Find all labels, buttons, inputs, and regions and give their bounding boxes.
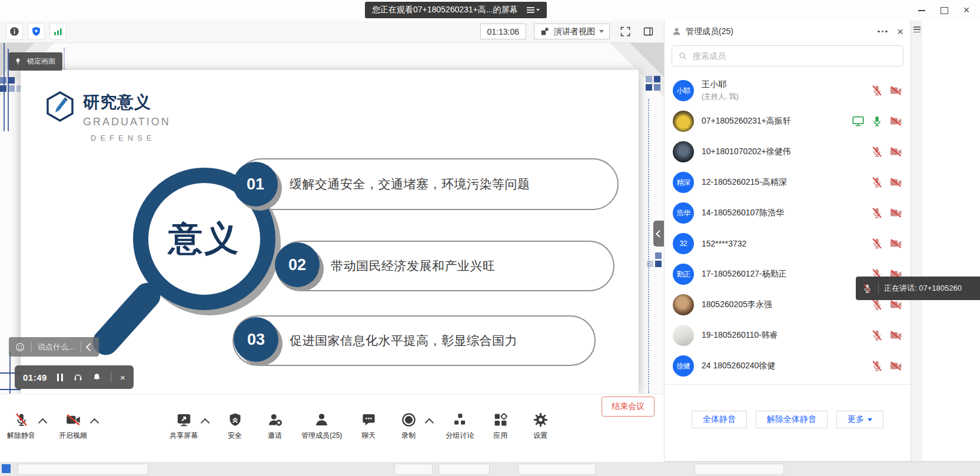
mute-all-button[interactable]: 全体静音 xyxy=(692,411,747,428)
presentation-slide: 研究意义 GRADUATION DEFENSE 意义 缓解交通安全，交通堵塞，环… xyxy=(21,70,639,394)
mic-muted-icon[interactable] xyxy=(871,237,883,250)
chat-collapse-icon[interactable] xyxy=(86,342,94,351)
magnifier-word: 意义 xyxy=(168,216,240,262)
member-role: (主持人, 我) xyxy=(702,92,871,102)
slide-subtitle-1: GRADUATION xyxy=(83,116,171,128)
cam-muted-icon[interactable] xyxy=(889,237,902,250)
toolbar-item-record[interactable]: 录制 xyxy=(395,412,433,441)
toolbar-item-mic-muted-dark[interactable]: 解除静音 xyxy=(7,412,46,441)
toolbar-item-chat[interactable]: 聊天 xyxy=(355,412,382,441)
toolbar-item-invite[interactable]: 邀请 xyxy=(261,412,288,441)
toolbar-item-shield[interactable]: 安全 xyxy=(221,412,248,441)
toolbar-item-apps[interactable]: 应用 xyxy=(487,412,514,441)
hamburger-menu-icon[interactable] xyxy=(913,26,921,32)
screen-on-icon[interactable] xyxy=(852,115,865,128)
avatar xyxy=(673,325,694,346)
lock-view-chip[interactable]: 锁定画面 xyxy=(9,52,62,71)
headset-icon[interactable] xyxy=(73,372,83,382)
mic-muted-icon[interactable] xyxy=(871,329,883,342)
avatar: 精深 xyxy=(673,172,694,193)
toolbar-item-cam-muted-dark[interactable]: 开启视频 xyxy=(59,412,98,441)
avatar xyxy=(673,141,694,162)
pencil-hexagon-icon xyxy=(45,91,75,142)
toolbar-item-gear[interactable]: 设置 xyxy=(527,412,554,441)
chevron-up-icon[interactable] xyxy=(425,418,434,428)
panel-collapse-handle[interactable] xyxy=(653,221,664,247)
members-panel-footer: 全体静音解除全体静音更多 xyxy=(665,384,911,462)
maximize-button[interactable] xyxy=(933,0,955,21)
taskbar-item[interactable] xyxy=(518,464,596,475)
minimize-button[interactable] xyxy=(911,0,933,21)
bell-icon[interactable] xyxy=(92,372,102,382)
toolbar-item-label: 管理成员(25) xyxy=(301,431,342,441)
record-icon xyxy=(401,412,417,428)
search-wrap xyxy=(665,42,911,72)
more-options-icon[interactable] xyxy=(878,31,888,33)
cam-muted-icon[interactable] xyxy=(889,145,902,158)
cam-muted-icon[interactable] xyxy=(889,115,902,128)
slide-title: 研究意义 xyxy=(83,91,171,114)
deco-pixels xyxy=(654,76,660,82)
toolbar-item-share-screen[interactable]: 共享屏幕 xyxy=(170,412,208,441)
toolbar-item-label: 应用 xyxy=(493,431,507,441)
mic-on-icon[interactable] xyxy=(871,115,883,128)
taskbar-item[interactable] xyxy=(438,464,490,475)
close-panel-icon[interactable]: × xyxy=(897,26,903,37)
mic-muted-icon[interactable] xyxy=(871,176,883,189)
member-row[interactable]: 精深12-1805260215-高精深 xyxy=(665,167,911,198)
chevron-up-icon[interactable] xyxy=(38,418,48,428)
member-row[interactable]: 19-1805260110-韩睿 xyxy=(665,320,911,351)
cam-muted-icon[interactable] xyxy=(889,298,902,311)
view-mode-select[interactable]: 演讲者视图 xyxy=(534,24,610,39)
end-meeting-button[interactable]: 结束会议 xyxy=(602,397,655,417)
fullscreen-icon[interactable] xyxy=(617,24,633,39)
member-row[interactable]: 32152****3732 xyxy=(665,228,911,259)
search-members-input[interactable] xyxy=(692,51,897,61)
view-mode-label: 演讲者视图 xyxy=(554,26,595,37)
cam-muted-icon[interactable] xyxy=(889,207,902,219)
side-panel-toggle-icon[interactable] xyxy=(640,24,656,39)
chevron-left-icon xyxy=(656,230,663,238)
cam-muted-icon[interactable] xyxy=(889,84,902,97)
toolbar-item-breakout[interactable]: 分组讨论 xyxy=(446,412,474,441)
cam-muted-icon[interactable] xyxy=(889,176,902,189)
chevron-up-icon[interactable] xyxy=(201,418,210,428)
close-button[interactable]: × xyxy=(955,0,978,21)
member-row[interactable]: 徐健24 1805260240徐健 xyxy=(665,351,911,381)
meeting-info-menu-icon[interactable] xyxy=(527,7,540,13)
toolbar-item-members[interactable]: 管理成员(25) xyxy=(301,412,342,441)
cam-muted-icon[interactable] xyxy=(889,329,902,342)
toolbar-item-label: 邀请 xyxy=(268,431,282,441)
bottom-action-bar: 解除静音开启视频共享屏幕安全邀请管理成员(25)聊天录制分组讨论应用设置 结束会… xyxy=(0,394,664,462)
quick-chat-input[interactable]: 说点什么... xyxy=(9,337,99,357)
member-row[interactable]: 07+1805260231+高振轩 xyxy=(665,106,911,137)
chevron-up-icon[interactable] xyxy=(90,418,99,428)
member-row[interactable]: 小耶王小耶(主持人, 我) xyxy=(665,75,911,106)
unmute-all-button[interactable]: 解除全体静音 xyxy=(756,411,828,428)
security-shield-button[interactable] xyxy=(28,23,45,40)
mic-muted-icon[interactable] xyxy=(871,207,883,219)
avatar: 勤正 xyxy=(673,264,694,285)
member-row[interactable]: 浩华14-1805260107陈浩华 xyxy=(665,198,911,228)
meeting-info-button[interactable] xyxy=(6,23,23,40)
pause-recording-icon[interactable] xyxy=(56,374,64,381)
member-row[interactable]: 10+1801070202+徐健伟 xyxy=(665,137,911,167)
taskbar-item[interactable] xyxy=(695,464,784,475)
network-signal-button[interactable] xyxy=(49,23,67,40)
more-button[interactable]: 更多 xyxy=(836,411,883,428)
mic-muted-icon[interactable] xyxy=(871,298,883,311)
mic-muted-icon xyxy=(862,283,873,294)
toolbar-item-label: 聊天 xyxy=(361,431,376,441)
mic-muted-icon[interactable] xyxy=(871,84,883,97)
toolbar-item-label: 设置 xyxy=(533,431,547,441)
right-edge-strip xyxy=(911,21,922,462)
close-recording-bar-icon[interactable]: × xyxy=(120,372,125,382)
mic-muted-icon[interactable] xyxy=(871,360,883,372)
mic-muted-icon[interactable] xyxy=(871,145,883,158)
member-name: 17-1805260127-杨勤正 xyxy=(702,269,871,279)
taskbar-item[interactable] xyxy=(18,464,148,475)
taskbar-app-icon[interactable] xyxy=(2,464,11,473)
taskbar-item[interactable] xyxy=(394,464,433,475)
toolbar-item-label: 录制 xyxy=(401,431,416,441)
cam-muted-icon[interactable] xyxy=(889,360,902,372)
